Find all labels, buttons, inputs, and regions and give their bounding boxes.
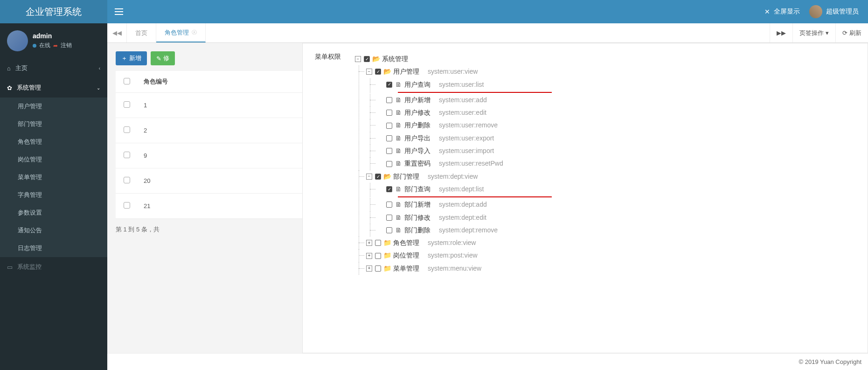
app-logo: 企业管理系统 [0,0,107,23]
fullscreen-button[interactable]: ✕ 全屏显示 [764,7,800,16]
menu-toggle[interactable] [107,0,131,23]
fullscreen-icon: ✕ [764,8,770,15]
user-label: 超级管理员 [826,7,859,16]
fullscreen-label: 全屏显示 [774,7,800,16]
hamburger-icon [115,11,123,12]
avatar-icon [809,5,822,18]
top-header: 企业管理系统 ✕ 全屏显示 超级管理员 [0,0,868,23]
current-user[interactable]: 超级管理员 [809,5,859,18]
